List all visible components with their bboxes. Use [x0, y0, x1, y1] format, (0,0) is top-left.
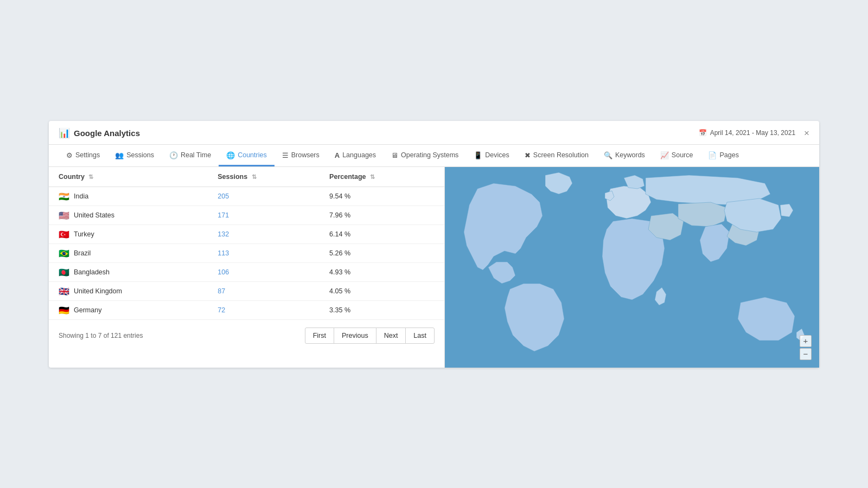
analytics-icon: 📊: [59, 127, 70, 139]
tab-settings[interactable]: ⚙ Settings: [59, 145, 107, 166]
sessions-cell: 205: [208, 187, 320, 206]
tab-pages[interactable]: 📄 Pages: [700, 145, 746, 166]
country-flag: 🇬🇧: [59, 287, 69, 295]
country-flag: 🇧🇩: [59, 268, 69, 276]
sessions-cell: 113: [208, 243, 320, 262]
country-flag: 🇺🇸: [59, 211, 69, 219]
tab-os-label: Operating Systems: [401, 151, 458, 159]
col-percentage-label: Percentage: [329, 173, 366, 181]
map-controls: + −: [800, 335, 812, 360]
next-button[interactable]: Next: [376, 328, 406, 344]
map-section: + −: [445, 167, 819, 368]
col-country-label: Country: [59, 173, 85, 181]
table-section: Country ⇅ Sessions ⇅ Percentage ⇅: [49, 167, 445, 368]
tab-realtime-label: Real Time: [181, 151, 211, 159]
percentage-cell: 7.96 %: [320, 206, 444, 224]
col-percentage[interactable]: Percentage ⇅: [320, 167, 444, 187]
country-name: Bangladesh: [74, 268, 110, 276]
os-icon: 🖥: [391, 151, 398, 159]
browsers-icon: ☰: [282, 151, 289, 159]
sort-sessions-icon: ⇅: [252, 174, 257, 181]
pagination-area: Showing 1 to 7 of 121 entries First Prev…: [49, 320, 444, 344]
country-flag: 🇩🇪: [59, 306, 69, 314]
table-row: 🇧🇷 Brazil 113 5.26 %: [49, 243, 444, 262]
country-name: United States: [74, 211, 114, 219]
country-cell: 🇮🇳 India: [49, 187, 208, 206]
date-range: 📅 April 14, 2021 - May 13, 2021: [699, 129, 795, 137]
tab-screen-label: Screen Resolution: [533, 151, 589, 159]
tab-keywords[interactable]: 🔍 Keywords: [596, 145, 653, 166]
percentage-cell: 9.54 %: [320, 187, 444, 206]
sessions-cell: 106: [208, 262, 320, 281]
last-button[interactable]: Last: [405, 328, 435, 344]
tab-languages[interactable]: A Languages: [327, 145, 384, 166]
percentage-cell: 5.26 %: [320, 243, 444, 262]
zoom-in-button[interactable]: +: [800, 335, 812, 347]
col-country[interactable]: Country ⇅: [49, 167, 208, 187]
table-row: 🇺🇸 United States 171 7.96 %: [49, 206, 444, 224]
card-header: 📊 Google Analytics 📅 April 14, 2021 - Ma…: [49, 121, 819, 145]
country-flag: 🇹🇷: [59, 230, 69, 238]
card-title-text: Google Analytics: [74, 129, 140, 138]
percentage-cell: 3.35 %: [320, 300, 444, 319]
previous-button[interactable]: Previous: [334, 328, 376, 344]
tab-countries[interactable]: 🌐 Countries: [219, 145, 275, 166]
tab-source-label: Source: [672, 151, 693, 159]
col-sessions-label: Sessions: [218, 173, 247, 181]
tab-browsers[interactable]: ☰ Browsers: [275, 145, 327, 166]
tab-browsers-label: Browsers: [291, 151, 320, 159]
country-cell: 🇹🇷 Turkey: [49, 224, 208, 243]
tab-os[interactable]: 🖥 Operating Systems: [384, 145, 466, 166]
sessions-cell: 72: [208, 300, 320, 319]
tab-source[interactable]: 📈 Source: [653, 145, 701, 166]
sessions-icon: 👥: [115, 151, 124, 159]
close-button[interactable]: ×: [804, 129, 809, 138]
percentage-cell: 6.14 %: [320, 224, 444, 243]
screen-icon: ✖: [525, 151, 531, 159]
tab-realtime[interactable]: 🕐 Real Time: [162, 145, 219, 166]
country-name: Turkey: [74, 230, 94, 238]
zoom-out-button[interactable]: −: [800, 348, 812, 360]
tab-pages-label: Pages: [719, 151, 738, 159]
country-name: Brazil: [74, 249, 91, 257]
tab-devices-label: Devices: [485, 151, 509, 159]
country-name: Germany: [74, 306, 101, 314]
sessions-cell: 87: [208, 281, 320, 300]
col-sessions[interactable]: Sessions ⇅: [208, 167, 320, 187]
table-row: 🇧🇩 Bangladesh 106 4.93 %: [49, 262, 444, 281]
tab-sessions[interactable]: 👥 Sessions: [107, 145, 162, 166]
country-cell: 🇩🇪 Germany: [49, 300, 208, 319]
tab-sessions-label: Sessions: [126, 151, 154, 159]
languages-icon: A: [335, 151, 340, 159]
tab-settings-label: Settings: [75, 151, 100, 159]
world-map: [445, 167, 819, 368]
realtime-icon: 🕐: [169, 151, 178, 159]
keywords-icon: 🔍: [604, 151, 612, 159]
country-flag: 🇮🇳: [59, 192, 69, 200]
table-row: 🇬🇧 United Kingdom 87 4.05 %: [49, 281, 444, 300]
date-range-text: April 14, 2021 - May 13, 2021: [710, 129, 795, 137]
pages-icon: 📄: [708, 151, 717, 159]
country-cell: 🇧🇩 Bangladesh: [49, 262, 208, 281]
table-row: 🇹🇷 Turkey 132 6.14 %: [49, 224, 444, 243]
percentage-cell: 4.05 %: [320, 281, 444, 300]
country-cell: 🇺🇸 United States: [49, 206, 208, 224]
table-row: 🇮🇳 India 205 9.54 %: [49, 187, 444, 206]
tab-screen[interactable]: ✖ Screen Resolution: [517, 145, 596, 166]
tab-devices[interactable]: 📱 Devices: [466, 145, 516, 166]
first-button[interactable]: First: [305, 328, 334, 344]
table-row: 🇩🇪 Germany 72 3.35 %: [49, 300, 444, 319]
countries-icon: 🌐: [226, 151, 235, 159]
country-flag: 🇧🇷: [59, 249, 69, 257]
tab-keywords-label: Keywords: [615, 151, 645, 159]
sort-percentage-icon: ⇅: [370, 174, 375, 181]
tabs-bar: ⚙ Settings 👥 Sessions 🕐 Real Time 🌐 Coun…: [49, 145, 819, 167]
devices-icon: 📱: [474, 151, 482, 159]
tab-languages-label: Languages: [342, 151, 376, 159]
sort-country-icon: ⇅: [88, 174, 93, 181]
sessions-cell: 132: [208, 224, 320, 243]
country-name: India: [74, 192, 88, 200]
tab-countries-label: Countries: [238, 151, 267, 159]
analytics-card: 📊 Google Analytics 📅 April 14, 2021 - Ma…: [49, 121, 819, 368]
percentage-cell: 4.93 %: [320, 262, 444, 281]
